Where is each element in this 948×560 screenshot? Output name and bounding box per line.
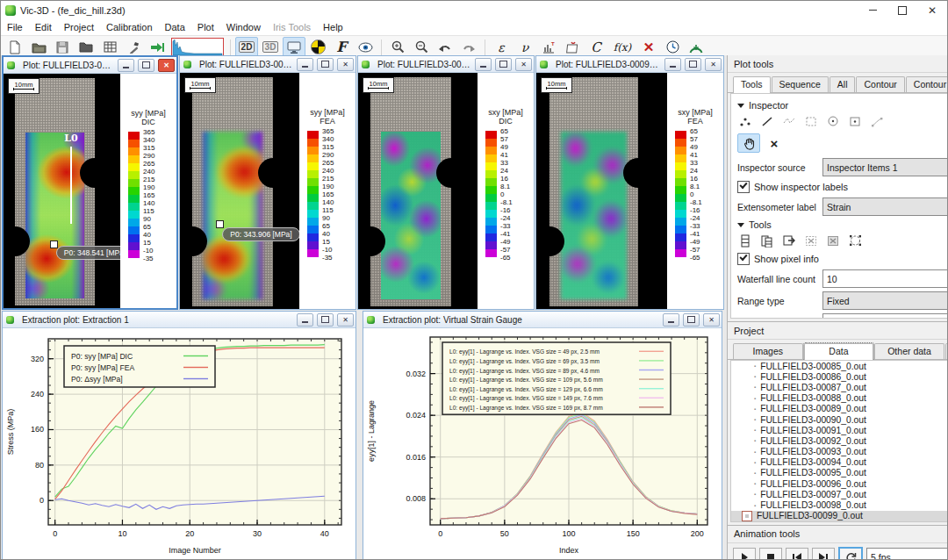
window-minimize-button[interactable] — [118, 59, 134, 72]
window-close-button[interactable]: ✕ — [337, 313, 354, 327]
window-close-button[interactable]: ✕ — [515, 58, 532, 71]
project-file-list[interactable]: ▪FULLFIELD3-00085_0.out▪FULLFIELD3-00086… — [730, 360, 948, 522]
timer-clock-button[interactable] — [661, 37, 684, 58]
transform-chart-button[interactable]: T — [537, 37, 560, 58]
app-titlebar[interactable]: Vic-3D - (fe_dic_hill.z3d) ✕ — [1, 1, 947, 19]
file-row[interactable]: ▪FULLFIELD3-00093_0.out — [731, 447, 948, 457]
zoom-in-button[interactable] — [386, 37, 409, 58]
show-pixel-info-checkbox[interactable] — [737, 253, 750, 265]
update-arc-button[interactable] — [685, 37, 707, 58]
histogram-preview[interactable] — [169, 37, 226, 58]
rectangle-inspector-tool[interactable] — [847, 114, 863, 128]
tab-contour-label[interactable]: Contour Label — [906, 76, 948, 92]
project-tab-data[interactable]: Data — [804, 343, 874, 360]
menu-calibration[interactable]: Calibration — [100, 21, 159, 33]
copy-frames-icon[interactable] — [759, 233, 775, 248]
menu-edit[interactable]: Edit — [29, 21, 58, 33]
tab-sequence[interactable]: Sequence — [772, 76, 829, 92]
redo-button[interactable] — [457, 37, 480, 58]
extraction-line[interactable] — [70, 147, 72, 224]
project-tab-images[interactable]: Images — [733, 343, 803, 359]
extraction-chart[interactable]: 0501001502000.0080.0160.0240.032Indexeyy… — [363, 328, 722, 560]
pan-hand-tool[interactable] — [737, 133, 760, 153]
tab-tools[interactable]: Tools — [733, 76, 771, 93]
inspector-point-marker[interactable] — [216, 220, 224, 228]
plot-window-titlebar[interactable]: Plot: FULLFIELD3-00099_0.out✕ — [180, 56, 356, 73]
specimen-image-area[interactable]: 10mmP0: 343.906 [MPa] — [180, 73, 299, 309]
file-row[interactable]: ▪FULLFIELD3-00097_0.out — [731, 489, 948, 499]
stop-button[interactable] — [759, 548, 782, 560]
page-aspect-ratio-spinner[interactable]: 1.33 — [822, 313, 948, 319]
data-table-button[interactable] — [98, 37, 121, 58]
file-row[interactable]: ▪FULLFIELD3-00086_0.out — [731, 371, 948, 382]
app-close-button[interactable]: ✕ — [917, 2, 947, 19]
project-tab-other-data[interactable]: Other data — [874, 343, 944, 359]
play-button[interactable] — [733, 548, 756, 560]
window-close-button[interactable]: ✕ — [158, 59, 175, 72]
menu-help[interactable]: Help — [317, 21, 349, 33]
window-maximize-button[interactable] — [317, 313, 334, 327]
window-minimize-button[interactable] — [475, 58, 492, 71]
file-row[interactable]: ▪FULLFIELD3-00089_0.out — [731, 404, 948, 414]
window-maximize-button[interactable] — [683, 313, 700, 327]
range-type-dropdown[interactable]: Fixed — [822, 291, 948, 310]
export-page-button[interactable] — [561, 37, 584, 58]
file-row[interactable]: ▪FULLFIELD3-00094_0.out — [731, 457, 948, 468]
fill-page-icon[interactable] — [825, 233, 841, 248]
contour-options-button[interactable] — [306, 37, 329, 58]
file-row[interactable]: ▪FULLFIELD3-00088_0.out — [731, 393, 948, 404]
file-row[interactable]: ▪FULLFIELD3-00091_0.out — [731, 425, 948, 435]
tab-all[interactable]: All — [830, 76, 856, 92]
window-minimize-button[interactable] — [664, 58, 681, 71]
line-inspector-tool[interactable] — [759, 114, 775, 128]
point-inspector-tool[interactable] — [737, 114, 753, 128]
zoom-out-button[interactable] — [410, 37, 433, 58]
previous-frame-button[interactable] — [786, 548, 808, 560]
fullscreen-button[interactable] — [283, 37, 305, 58]
tab-contour[interactable]: Contour — [856, 76, 904, 92]
file-row[interactable]: ▪FULLFIELD3-00090_0.out — [731, 414, 948, 425]
window-minimize-button[interactable] — [297, 58, 313, 71]
view-2d-button[interactable]: 2D — [235, 37, 258, 58]
menu-data[interactable]: Data — [159, 21, 191, 33]
app-restore-button[interactable] — [887, 2, 917, 19]
window-close-button[interactable]: ✕ — [703, 313, 720, 327]
window-close-button[interactable]: ✕ — [337, 58, 354, 71]
specimen-image-area[interactable]: 10mmP0: 348.541 [MPa]L0 — [4, 74, 120, 308]
export-frame-icon[interactable] — [781, 233, 797, 248]
plot-window-titlebar[interactable]: Plot: FULLFIELD3-00099_0.out✕ — [358, 56, 534, 73]
selection-region-icon[interactable] — [847, 233, 863, 248]
fit-page-icon[interactable] — [803, 233, 819, 248]
window-maximize-button[interactable] — [685, 58, 701, 71]
window-maximize-button[interactable] — [138, 59, 154, 72]
strain-epsilon-button[interactable]: ε — [490, 37, 513, 58]
open-project-button[interactable] — [27, 37, 50, 58]
inspector-source-dropdown[interactable]: Inspector Items 1 — [822, 158, 948, 176]
delete-button[interactable]: ✕ — [637, 37, 660, 58]
window-maximize-button[interactable] — [317, 58, 334, 71]
file-row[interactable]: ▪FULLFIELD3-00092_0.out — [731, 435, 948, 446]
visibility-eye-button[interactable] — [354, 37, 377, 58]
new-project-button[interactable] — [4, 37, 26, 58]
polyline-inspector-tool[interactable] — [781, 114, 797, 128]
window-minimize-button[interactable] — [663, 313, 679, 327]
menu-iris-tools[interactable]: Iris Tools — [267, 21, 317, 33]
waterfall-line-count-spinner[interactable]: 10 — [822, 269, 948, 288]
poisson-nu-button[interactable]: ν — [514, 37, 536, 58]
app-minimize-button[interactable] — [858, 2, 887, 19]
menu-plot[interactable]: Plot — [191, 21, 220, 33]
save-project-button[interactable] — [51, 37, 74, 58]
inspector-section-header[interactable]: Inspector — [737, 100, 948, 111]
spline-inspector-tool[interactable] — [869, 114, 885, 128]
file-row[interactable]: ▪FULLFIELD3-00098_0.out — [731, 499, 948, 510]
show-inspector-labels-checkbox[interactable] — [737, 181, 750, 193]
plot-window-titlebar[interactable]: Plot: FULLFIELD3-00099_0.out✕ — [4, 57, 176, 74]
open-folder-button[interactable] — [75, 37, 97, 58]
coordinate-c-button[interactable]: C — [585, 37, 607, 58]
specimen-image-area[interactable]: 10mm — [358, 73, 478, 309]
tools-hammer-button[interactable] — [122, 37, 145, 58]
window-close-button[interactable]: ✕ — [705, 58, 722, 71]
plot-window-titlebar[interactable]: Plot: FULLFIELD3-00099_0.out✕ — [536, 56, 723, 73]
window-maximize-button[interactable] — [495, 58, 512, 71]
file-row[interactable]: ▪FULLFIELD3-00085_0.out — [731, 361, 948, 371]
